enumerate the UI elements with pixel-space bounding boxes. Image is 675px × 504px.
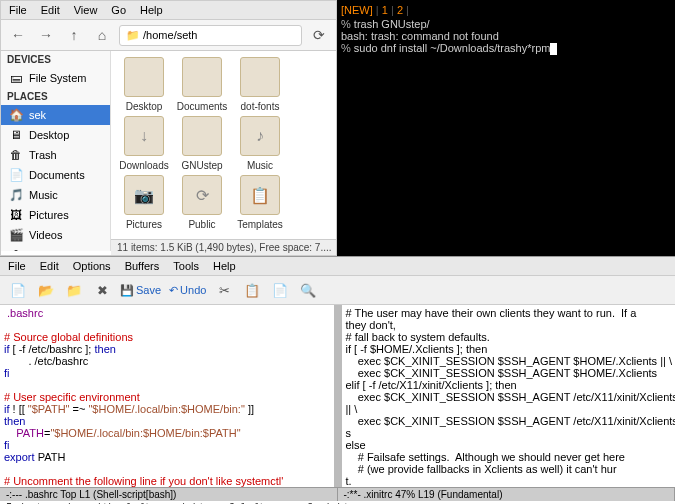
terminal-tabs: [NEW] | 1 | 2 | — [341, 4, 671, 16]
sidebar-item-downloads[interactable]: ⬇ Downloads — [1, 245, 110, 251]
folder-button[interactable]: 📁 — [64, 280, 84, 300]
term-tab-2[interactable]: 2 — [397, 4, 403, 16]
sidebar-item-label: Music — [29, 189, 58, 201]
code-line: exec $CK_XINIT_SESSION $SSH_AGENT /etc/X… — [346, 391, 676, 403]
code-line: else — [346, 439, 366, 451]
code-line: # (we provide fallbacks in Xclients as w… — [346, 463, 617, 475]
forward-button[interactable]: → — [35, 24, 57, 46]
sidebar-item-pictures[interactable]: 🖼 Pictures — [1, 205, 110, 225]
fm-menu-file[interactable]: File — [9, 4, 27, 16]
emacs-left-pane[interactable]: .bashrc # Source global definitions if [… — [0, 305, 342, 487]
cut-button[interactable]: ✂ — [214, 280, 234, 300]
folder-desktop[interactable]: Desktop — [117, 57, 171, 112]
cursor — [550, 43, 557, 55]
term-line: % trash GNUstep/ — [341, 18, 671, 30]
code-line: || \ — [346, 403, 358, 415]
section-devices: DEVICES — [1, 51, 110, 68]
fm-folder-grid[interactable]: Desktop Documents dot-fonts ↓Downloads G… — [111, 51, 336, 251]
sidebar-item-label: sek — [29, 109, 46, 121]
term-output: bash: trash: command not found — [341, 30, 671, 42]
close-button[interactable]: ✖ — [92, 280, 112, 300]
folder-label: Public — [175, 219, 229, 230]
code-keyword: if — [4, 403, 10, 415]
code-line: s — [346, 427, 352, 439]
em-menu-options[interactable]: Options — [73, 260, 111, 272]
folder-templates[interactable]: 📋Templates — [233, 175, 287, 230]
save-button[interactable]: 💾Save — [120, 280, 161, 300]
sidebar-item-filesystem[interactable]: 🖴 File System — [1, 68, 110, 88]
fm-menu-help[interactable]: Help — [140, 4, 163, 16]
folder-documents[interactable]: Documents — [175, 57, 229, 112]
em-menu-edit[interactable]: Edit — [40, 260, 59, 272]
up-button[interactable]: ↑ — [63, 24, 85, 46]
drive-icon: 🖴 — [9, 71, 23, 85]
code-line: # Failsafe settings. Although we should … — [346, 451, 625, 463]
folder-label: dot-fonts — [233, 101, 287, 112]
emacs-right-pane[interactable]: # The user may have their own clients th… — [342, 305, 676, 487]
em-menu-help[interactable]: Help — [213, 260, 236, 272]
fm-menu-go[interactable]: Go — [111, 4, 126, 16]
folder-label: Pictures — [117, 219, 171, 230]
terminal[interactable]: [NEW] | 1 | 2 | % trash GNUstep/ bash: t… — [337, 0, 675, 256]
code-line: exec $CK_XINIT_SESSION $SSH_AGENT $HOME/… — [346, 367, 658, 379]
modeline-left[interactable]: -:--- .bashrc Top L1 (Shell-script[bash]… — [0, 488, 338, 501]
term-cmd: trash GNUstep/ — [354, 18, 430, 30]
document-icon: 📄 — [9, 168, 23, 182]
home-button[interactable]: ⌂ — [91, 24, 113, 46]
undo-button[interactable]: ↶Undo — [169, 280, 206, 300]
video-icon: 🎬 — [9, 228, 23, 242]
folder-music[interactable]: ♪Music — [233, 116, 287, 171]
path-input[interactable]: 📁 /home/seth — [119, 25, 302, 46]
sidebar-item-trash[interactable]: 🗑 Trash — [1, 145, 110, 165]
em-menu-buffers[interactable]: Buffers — [125, 260, 160, 272]
folder-downloads[interactable]: ↓Downloads — [117, 116, 171, 171]
term-tab-new[interactable]: [NEW] — [341, 4, 373, 16]
sidebar-item-home[interactable]: 🏠 sek — [1, 105, 110, 125]
open-file-button[interactable]: 📂 — [36, 280, 56, 300]
code-line: t. — [346, 475, 352, 487]
sidebar-item-desktop[interactable]: 🖥 Desktop — [1, 125, 110, 145]
sidebar-item-music[interactable]: 🎵 Music — [1, 185, 110, 205]
emacs-editor: File Edit Options Buffers Tools Help 📄 📂… — [0, 256, 675, 504]
em-menu-tools[interactable]: Tools — [173, 260, 199, 272]
em-menu-file[interactable]: File — [8, 260, 26, 272]
modeline-right[interactable]: -:**- .xinitrc 47% L19 (Fundamental) — [338, 488, 676, 501]
code-keyword: export — [4, 451, 35, 463]
folder-icon: ↓ — [124, 116, 164, 156]
sidebar-item-documents[interactable]: 📄 Documents — [1, 165, 110, 185]
term-line: % sudo dnf install ~/Downloads/trashy*rp… — [341, 42, 671, 55]
term-cmd: sudo dnf install ~/Downloads/trashy*rpm — [354, 42, 551, 54]
folder-icon: 📷 — [124, 175, 164, 215]
reload-button[interactable]: ⟳ — [308, 24, 330, 46]
emacs-modelines: -:--- .bashrc Top L1 (Shell-script[bash]… — [0, 487, 675, 501]
folder-pictures[interactable]: 📷Pictures — [117, 175, 171, 230]
paste-button[interactable]: 📄 — [270, 280, 290, 300]
folder-label: Templates — [233, 219, 287, 230]
emacs-toolbar: 📄 📂 📁 ✖ 💾Save ↶Undo ✂ 📋 📄 🔍 — [0, 276, 675, 305]
folder-label: GNUstep — [175, 160, 229, 171]
folder-dotfonts[interactable]: dot-fonts — [233, 57, 287, 112]
code-keyword: if — [4, 343, 10, 355]
sidebar-item-videos[interactable]: 🎬 Videos — [1, 225, 110, 245]
prompt: % — [341, 42, 351, 54]
copy-button[interactable]: 📋 — [242, 280, 262, 300]
sidebar-item-label: Desktop — [29, 129, 69, 141]
download-icon: ⬇ — [9, 248, 23, 251]
term-tab-1[interactable]: 1 — [382, 4, 388, 16]
fm-menu-edit[interactable]: Edit — [41, 4, 60, 16]
folder-public[interactable]: ⟳Public — [175, 175, 229, 230]
music-icon: 🎵 — [9, 188, 23, 202]
code-keyword: fi — [4, 439, 10, 451]
code-line: # Source global definitions — [4, 331, 133, 343]
sidebar-item-label: Downloads — [29, 249, 83, 251]
search-button[interactable]: 🔍 — [298, 280, 318, 300]
folder-label: Desktop — [117, 101, 171, 112]
code-line: # fall back to system defaults. — [346, 331, 490, 343]
code-line: # The user may have their own clients th… — [346, 307, 637, 319]
new-file-button[interactable]: 📄 — [8, 280, 28, 300]
folder-gnustep[interactable]: GNUstep — [175, 116, 229, 171]
emacs-body: .bashrc # Source global definitions if [… — [0, 305, 675, 487]
fm-menu-view[interactable]: View — [74, 4, 98, 16]
back-button[interactable]: ← — [7, 24, 29, 46]
fm-body: DEVICES 🖴 File System PLACES 🏠 sek 🖥 Des… — [1, 51, 336, 251]
